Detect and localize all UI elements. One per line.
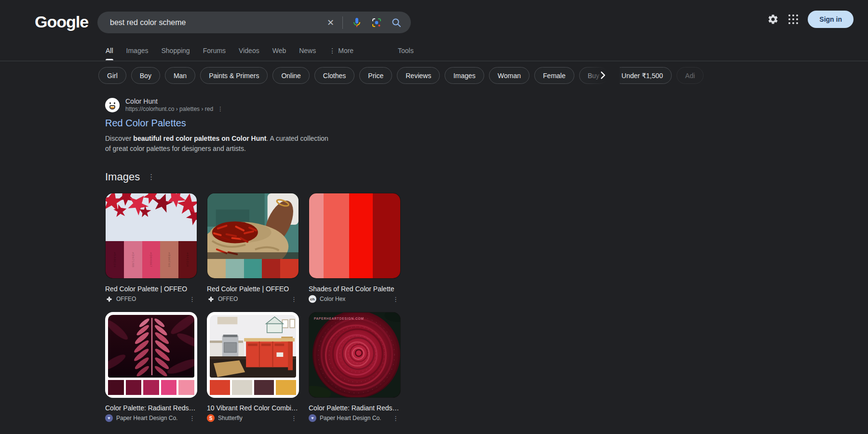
filter-chip-images[interactable]: Images (445, 67, 484, 84)
result-more-icon[interactable]: ⋮ (217, 105, 223, 113)
tab-label: Shopping (161, 47, 190, 54)
color-palette-strip (207, 259, 298, 278)
image-source-row[interactable]: OFFEO ⋮ (105, 295, 197, 303)
image-results-grid: #5A0C26#D6718B#D84067#B96F60#641016 Red … (105, 193, 401, 422)
palette-swatch: #B96F60 (160, 241, 178, 278)
image-card-3: Shades of Red Color Palette ch Color Hex… (309, 193, 401, 303)
offeo-logo-icon (207, 295, 215, 303)
filter-chip-clothes[interactable]: Clothes (314, 67, 354, 84)
image-title[interactable]: Red Color Palette | OFFEO (207, 285, 299, 293)
voice-search-icon[interactable] (351, 17, 363, 28)
filter-chip-girl[interactable]: Girl (98, 67, 126, 84)
settings-gear-icon[interactable] (767, 14, 779, 25)
result-type-tabs: AllImagesShoppingForumsVideosWebNews⋮Mor… (106, 47, 353, 60)
colorhunt-favicon (105, 98, 120, 112)
tools-button[interactable]: Tools (398, 47, 414, 54)
image-thumbnail[interactable] (105, 312, 197, 398)
filter-chip-price[interactable]: Price (359, 67, 392, 84)
image-more-icon[interactable]: ⋮ (289, 415, 299, 422)
filter-chip-reviews[interactable]: Reviews (397, 67, 440, 84)
images-heading-more-icon[interactable]: ⋮ (148, 173, 155, 181)
shades-of-red-stripes (309, 193, 400, 278)
palette-swatch (143, 380, 159, 395)
palette-swatch (373, 193, 400, 278)
tab-label: Images (126, 47, 149, 54)
search-input[interactable]: best red color scheme (110, 18, 327, 27)
image-card-2: Red Color Palette | OFFEO OFFEO ⋮ (207, 193, 299, 303)
image-more-icon[interactable]: ⋮ (187, 296, 197, 303)
tab-label: Videos (239, 47, 259, 54)
image-thumbnail[interactable] (309, 193, 401, 279)
palette-swatch: #D84067 (142, 241, 161, 278)
tab-more[interactable]: ⋮More (329, 47, 353, 60)
search-submit-icon[interactable] (391, 17, 402, 28)
google-logo[interactable]: Google (35, 13, 88, 31)
color-palette-strip: #5A0C26#D6718B#D84067#B96F60#641016 (106, 241, 197, 278)
filter-chip-boy[interactable]: Boy (131, 67, 160, 84)
result-site-name: Color Hunt (125, 97, 223, 105)
palette-swatch (226, 259, 244, 278)
color-palette-strip (210, 378, 296, 395)
image-more-icon[interactable]: ⋮ (289, 296, 299, 303)
colorhex-logo-icon: ch (309, 295, 316, 303)
image-thumbnail[interactable]: PAPERHEARTDESIGN.COM (309, 312, 401, 398)
image-thumbnail[interactable] (207, 312, 299, 398)
offeo-logo-icon (105, 295, 113, 303)
image-more-icon[interactable]: ⋮ (187, 415, 197, 422)
tab-forums[interactable]: Forums (203, 47, 226, 60)
image-title[interactable]: 10 Vibrant Red Color Combina... (207, 404, 299, 412)
image-more-icon[interactable]: ⋮ (391, 415, 401, 422)
images-section-heading: Images (105, 171, 140, 183)
chevron-right-icon (597, 70, 608, 81)
image-title[interactable]: Red Color Palette | OFFEO (105, 285, 197, 293)
google-apps-icon[interactable] (788, 14, 798, 24)
paper-heart-logo-icon: ♥ (309, 414, 316, 422)
palette-swatch (178, 380, 194, 395)
result-snippet: Discover beautiful red color palettes on… (105, 134, 329, 154)
image-source-name: Shutterfly (218, 415, 285, 421)
image-title[interactable]: Shades of Red Color Palette (309, 285, 401, 293)
image-more-icon[interactable]: ⋮ (391, 296, 401, 303)
image-thumbnail[interactable] (207, 193, 299, 279)
image-source-row[interactable]: ♥ Paper Heart Design Co. ⋮ (105, 414, 197, 422)
more-vertical-icon: ⋮ (329, 47, 336, 54)
clear-search-icon[interactable]: ✕ (327, 18, 334, 27)
palette-swatch (161, 380, 177, 395)
palette-swatch (126, 380, 142, 395)
image-source-row[interactable]: ♥ Paper Heart Design Co. ⋮ (309, 414, 401, 422)
filter-chip-online[interactable]: Online (272, 67, 309, 84)
tab-videos[interactable]: Videos (239, 47, 259, 60)
tab-images[interactable]: Images (126, 47, 149, 60)
sign-in-button[interactable]: Sign in (808, 11, 854, 28)
filter-chip-female[interactable]: Female (534, 67, 574, 84)
tab-shopping[interactable]: Shopping (161, 47, 190, 60)
palette-swatch (280, 259, 298, 278)
chips-scroll-right-button[interactable] (595, 68, 610, 83)
filter-chip-man[interactable]: Man (165, 67, 195, 84)
image-source-name: OFFEO (218, 296, 285, 302)
palette-swatch (244, 259, 262, 278)
image-source-row[interactable]: ch Color Hex ⋮ (309, 295, 401, 303)
image-card-4: Color Palette: Radiant Reds — ... ♥ Pape… (105, 312, 197, 422)
filter-chip-paints-primers[interactable]: Paints & Primers (200, 67, 268, 84)
image-title[interactable]: Color Palette: Radiant Reds — ... (105, 404, 197, 412)
image-source-row[interactable]: S Shutterfly ⋮ (207, 414, 299, 422)
result-title-link[interactable]: Red Color Palettes (105, 118, 186, 129)
google-lens-icon[interactable] (371, 17, 382, 28)
tab-all[interactable]: All (106, 47, 113, 60)
tab-web[interactable]: Web (272, 47, 286, 60)
filter-chip-adi[interactable]: Adi (677, 67, 704, 84)
image-card-1: #5A0C26#D6718B#D84067#B96F60#641016 Red … (105, 193, 197, 303)
swatch-hex-label: #D84067 (149, 252, 152, 267)
image-title[interactable]: Color Palette: Radiant Reds — ... (309, 404, 401, 412)
image-source-name: Paper Heart Design Co. (116, 415, 184, 421)
search-result-colorhunt: Color Hunt https://colorhunt.co › palett… (105, 97, 337, 154)
image-thumbnail[interactable]: #5A0C26#D6718B#D84067#B96F60#641016 (105, 193, 197, 279)
rose-watermark-text: PAPERHEARTDESIGN.COM (314, 317, 364, 320)
tab-news[interactable]: News (299, 47, 316, 60)
result-site-header[interactable]: Color Hunt https://colorhunt.co › palett… (105, 97, 337, 113)
image-source-row[interactable]: OFFEO ⋮ (207, 295, 299, 303)
filter-chip-woman[interactable]: Woman (489, 67, 529, 84)
search-bar[interactable]: best red color scheme ✕ (97, 12, 411, 33)
filter-chip-under-1-500[interactable]: Under ₹1,500 (613, 67, 672, 84)
